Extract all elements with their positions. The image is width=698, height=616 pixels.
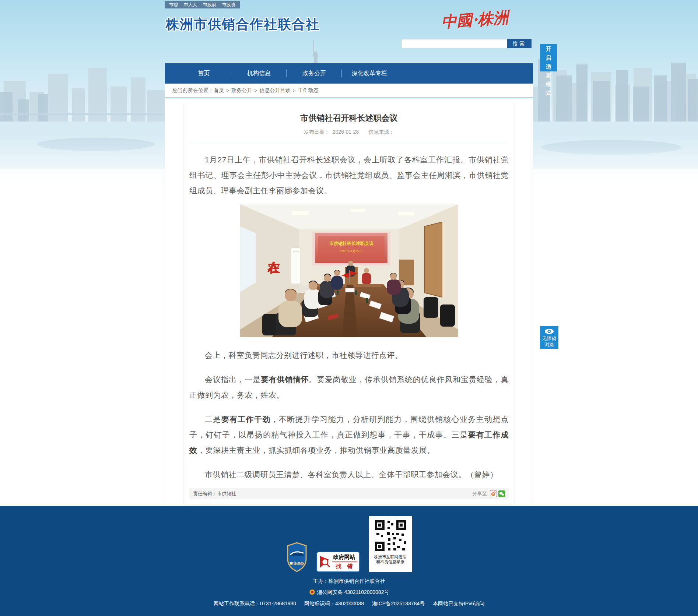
topbar-link-shiwei[interactable]: 市委 [169, 2, 178, 8]
site-title: 株洲市供销合作社联合社 [166, 15, 320, 34]
article-meta: 发布日期：2026-01-28信息来源： [189, 129, 509, 136]
topbar-link-zhengxie[interactable]: 市政协 [222, 2, 235, 8]
breadcrumb-gov-affairs[interactable]: 政务公开 [231, 87, 252, 94]
police-registration-line[interactable]: 湘公网安备 43021102000082号 [0, 589, 698, 596]
meeting-photo: 市供销社科长述职会议 2026年1月27日 在农 [189, 204, 509, 339]
breadcrumb: 您当前所在位置： 首页 > 政务公开 > 信息公开目录 > 工作动态 [165, 84, 533, 98]
eye-icon [544, 328, 554, 334]
footer-badges: 事业单位 政府网站 找 错 [0, 506, 698, 572]
search-button[interactable]: 搜索 [507, 39, 532, 48]
police-registration-text: 湘公网安备 43021102000082号 [317, 589, 389, 596]
breadcrumb-work-news[interactable]: 工作动态 [298, 87, 319, 94]
breadcrumb-separator: > [254, 88, 257, 94]
topbar-link-renda[interactable]: 市人大 [184, 2, 197, 8]
article-paragraph: 市供销社二级调研员王清楚、各科室负责人以上、全体干部职工参加会议。（曾婷） [189, 467, 509, 482]
publish-date: 2026-01-28 [333, 129, 359, 135]
accessibility-label: 无障碍 [540, 336, 558, 342]
site-code: 网站标识码：4302000038 [304, 601, 364, 606]
main-content-column: 首页 机构信息 政务公开 深化改革专栏 您当前所在位置： 首页 > 政务公开 >… [165, 63, 533, 506]
report-qr-code [373, 519, 407, 553]
breadcrumb-info-catalog[interactable]: 信息公开目录 [259, 87, 290, 94]
magnifier-icon [319, 555, 330, 569]
host-label: 主办： [313, 578, 329, 584]
elder-mode-button[interactable]: 开启 适老 模式 [540, 44, 557, 71]
find-error-text: 政府网站 找 错 [332, 554, 357, 570]
breadcrumb-separator: > [292, 88, 295, 94]
institution-badge-label: 事业单位 [289, 562, 304, 566]
share-group: 分享至: [472, 490, 505, 497]
search-input[interactable] [401, 39, 507, 48]
source-label: 信息来源： [368, 129, 394, 135]
report-qr-caption: 株洲市互联网违法 [369, 554, 412, 559]
publish-date-label: 发布日期： [304, 129, 330, 135]
editor-name: 市供销社 [217, 491, 236, 496]
editor-label: 责任编辑： [193, 491, 217, 496]
share-label: 分享至: [472, 490, 488, 497]
ipv6-note: 本网站已支持IPv6访问 [433, 601, 484, 606]
icp-number: 湘ICP备2025133784号 [372, 601, 425, 606]
police-badge-icon [309, 589, 315, 596]
article-bottom-bar: 责任编辑：市供销社 分享至: [189, 488, 509, 499]
elder-mode-line: 适老 [543, 62, 557, 80]
editor-line: 责任编辑：市供销社 [193, 490, 236, 497]
article-title: 市供销社召开科长述职会议 [189, 113, 509, 124]
report-qr-caption: 和不良信息举报 [369, 559, 412, 564]
nav-item-reform-column[interactable]: 深化改革专栏 [342, 63, 397, 84]
find-error-line1: 政府网站 [332, 554, 357, 562]
meeting-room-illustration: 市供销社科长述职会议 2026年1月27日 在农 [240, 204, 458, 337]
elder-mode-line: 模式 [543, 80, 557, 98]
accessibility-label: 浏览 [540, 342, 558, 348]
nav-item-org-info[interactable]: 机构信息 [231, 63, 287, 84]
host-line: 主办：株洲市供销合作社联合社 [0, 578, 698, 585]
topbar-link-zhengfu[interactable]: 市政府 [203, 2, 216, 8]
nav-item-home[interactable]: 首页 [176, 63, 231, 84]
wechat-icon[interactable] [498, 490, 505, 497]
main-nav: 首页 机构信息 政务公开 深化改革专栏 [165, 63, 533, 84]
host-name: 株洲市供销合作社联合社 [329, 578, 385, 584]
page: 市委 市人大 市政府 市政协 株洲市供销合作社联合社 中國·株洲 搜索 开启 适… [0, 0, 698, 616]
gov-links-bar: 市委 市人大 市政府 市政协 [165, 1, 240, 8]
find-error-badge[interactable]: 政府网站 找 错 [316, 552, 360, 572]
nav-item-gov-affairs[interactable]: 政务公开 [287, 63, 342, 84]
screen-title-text: 市供销社科长述职会议 [329, 241, 374, 246]
article-paragraph: 会议指出，一是要有供销情怀。要爱岗敬业，传承供销系统的优良作风和宝贵经验，真正做… [189, 372, 509, 403]
site-footer: 事业单位 政府网站 找 错 [0, 506, 698, 616]
breadcrumb-label: 您当前所在位置： [172, 87, 214, 94]
article-card: 市供销社召开科长述职会议 发布日期：2026-01-28信息来源： 1月27日上… [183, 103, 515, 504]
accessibility-button[interactable]: 无障碍 浏览 [540, 326, 558, 349]
breadcrumb-separator: > [226, 88, 229, 94]
institution-shield-badge[interactable]: 事业单位 [286, 542, 308, 572]
screen-date-text: 2026年1月27日 [340, 249, 362, 253]
article-paragraph: 二是要有工作干劲，不断提升学习能力，分析研判能力，围绕供销核心业务主动想点子，钉… [189, 412, 509, 458]
elder-mode-line: 开启 [543, 45, 557, 62]
report-qr-panel: 株洲市互联网违法 和不良信息举报 [369, 516, 412, 572]
contact-phone: 网站工作联系电话：0731-28681930 [214, 601, 296, 606]
weibo-icon[interactable] [490, 490, 497, 497]
footer-bottom-line: 网站工作联系电话：0731-28681930 网站标识码：4302000038 … [0, 601, 698, 607]
find-error-line2: 找 错 [332, 563, 357, 570]
article-paragraph: 1月27日上午，市供销社召开科长述职会议，会上听取了各科室工作汇报。市供销社党组… [189, 152, 509, 198]
breadcrumb-home[interactable]: 首页 [214, 87, 224, 94]
article-paragraph: 会上，科室负责同志分别进行述职，市社领导进行点评。 [189, 348, 509, 363]
meta-divider [189, 143, 509, 143]
